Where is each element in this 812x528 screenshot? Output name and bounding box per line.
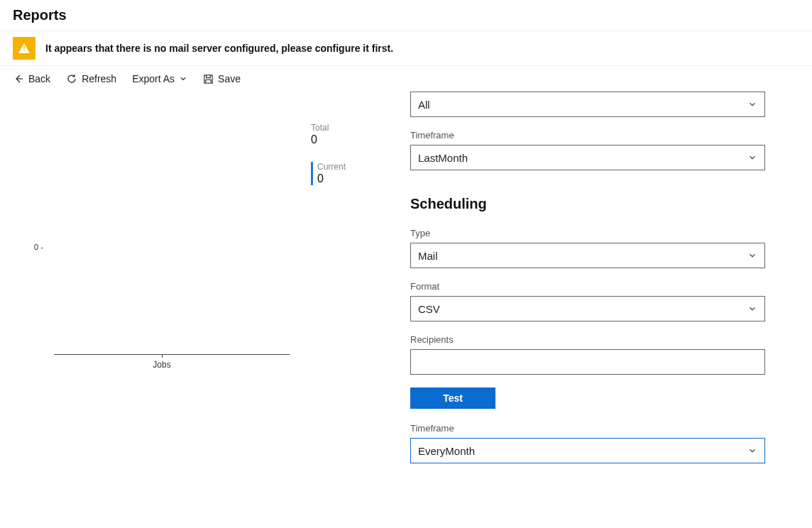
save-icon — [203, 74, 214, 84]
refresh-label: Refresh — [82, 73, 116, 84]
refresh-icon — [66, 73, 77, 84]
metric-current-value: 0 — [317, 172, 346, 185]
format-label: Format — [410, 281, 765, 292]
type-select-value: Mail — [418, 250, 438, 262]
chart-x-label: Jobs — [34, 360, 290, 370]
chart-x-axis — [54, 354, 290, 355]
sched-timeframe-label: Timeframe — [410, 423, 765, 434]
chevron-down-icon — [747, 99, 757, 109]
chevron-down-icon — [747, 251, 757, 260]
chart-y-tick-0: 0 - — [34, 243, 43, 251]
arrow-left-icon — [13, 73, 24, 84]
jobs-chart: 0 - Jobs — [34, 233, 290, 361]
metrics-panel: Total 0 Current 0 — [311, 123, 346, 185]
warning-bar: It appears that there is no mail server … — [0, 31, 812, 66]
metric-total-label: Total — [311, 123, 346, 133]
chart-x-tick — [162, 354, 163, 358]
metric-total: Total 0 — [311, 123, 346, 146]
type-select[interactable]: Mail — [410, 243, 765, 268]
warning-text: It appears that there is no mail server … — [45, 43, 393, 54]
recipients-label: Recipients — [410, 334, 765, 345]
scope-select-value: All — [418, 99, 430, 111]
metric-current: Current 0 — [311, 162, 346, 185]
chevron-down-icon — [179, 75, 187, 83]
back-button[interactable]: Back — [13, 73, 50, 84]
format-select-value: CSV — [418, 303, 440, 315]
save-label: Save — [218, 73, 241, 84]
scope-select[interactable]: All — [410, 92, 765, 117]
timeframe-label: Timeframe — [410, 130, 765, 141]
metric-current-label: Current — [317, 162, 346, 172]
chevron-down-icon — [747, 153, 757, 163]
timeframe-select[interactable]: LastMonth — [410, 145, 765, 170]
export-as-label: Export As — [132, 73, 175, 84]
warning-icon — [13, 37, 35, 60]
page-title: Reports — [13, 7, 799, 23]
export-as-button[interactable]: Export As — [132, 73, 187, 84]
type-label: Type — [410, 228, 765, 238]
toolbar: Back Refresh Export As Save — [0, 66, 812, 92]
chevron-down-icon — [747, 446, 757, 456]
back-label: Back — [28, 73, 50, 84]
sched-timeframe-select[interactable]: EveryMonth — [410, 438, 765, 463]
test-button[interactable]: Test — [410, 387, 495, 409]
scheduling-heading: Scheduling — [410, 196, 765, 212]
timeframe-select-value: LastMonth — [418, 152, 468, 164]
refresh-button[interactable]: Refresh — [66, 73, 116, 84]
metric-total-value: 0 — [311, 133, 346, 146]
chevron-down-icon — [747, 304, 757, 314]
sched-timeframe-value: EveryMonth — [418, 445, 475, 457]
save-button[interactable]: Save — [203, 73, 241, 84]
format-select[interactable]: CSV — [410, 296, 765, 321]
recipients-input[interactable] — [410, 349, 765, 375]
